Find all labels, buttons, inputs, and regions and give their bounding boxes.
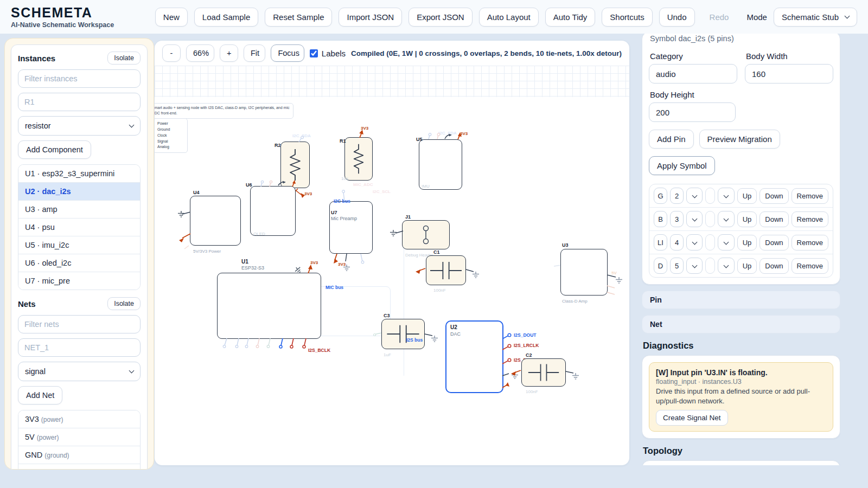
auto-tidy-button[interactable]: Auto Tidy <box>545 8 596 27</box>
instance-type-select[interactable]: resistor <box>18 116 141 136</box>
pin-net-input[interactable] <box>705 258 715 274</box>
pin-number-input[interactable] <box>670 188 684 204</box>
labels-checkbox[interactable] <box>310 49 318 57</box>
export-json-button[interactable]: Export JSON <box>409 8 473 27</box>
instance-row-u5[interactable]: U5 · imu_i2c <box>18 236 140 254</box>
pin-down-button[interactable]: Down <box>760 188 788 204</box>
component-u2-selected[interactable]: U2 DAC I2S_DOUT I2S_LRCLK I2S_BCLK <box>445 320 503 393</box>
component-c3[interactable]: C3 I2S bus 1uF <box>381 319 425 349</box>
component-u6[interactable]: U6 3V3 OLED <box>250 186 296 236</box>
ic-body[interactable] <box>560 249 608 296</box>
apply-symbol-button[interactable]: Apply Symbol <box>649 156 715 175</box>
add-component-button[interactable]: Add Component <box>18 140 91 159</box>
fit-button[interactable]: Fit <box>244 44 265 62</box>
component-u1[interactable]: U1 ESP32-S3 3V3 MIC bus I2S_BCLK <box>217 273 321 339</box>
preview-migration-button[interactable]: Preview Migration <box>699 130 780 149</box>
net-row-i2s-bclk[interactable]: I2S_BCLK(clock) <box>18 464 140 470</box>
instance-row-u3[interactable]: U3 · amp <box>18 200 140 218</box>
create-signal-net-button[interactable]: Create Signal Net <box>656 410 728 426</box>
component-c1[interactable]: C1 100nF <box>426 255 466 285</box>
pin-net-input[interactable] <box>705 188 715 204</box>
component-j1[interactable]: J1 Debug Header <box>402 220 450 249</box>
capacitor-body[interactable] <box>426 255 466 285</box>
pin-side-select[interactable] <box>686 234 703 251</box>
ic-body[interactable] <box>329 201 373 254</box>
ic-body[interactable] <box>419 139 462 190</box>
pin-remove-button[interactable]: Remove <box>792 211 828 227</box>
pin-down-button[interactable]: Down <box>760 211 788 227</box>
schematic-canvas[interactable]: - 66% + Fit Focus Labels Compiled (0E, 1… <box>155 41 629 465</box>
new-button[interactable]: New <box>155 8 188 27</box>
add-pin-button[interactable]: Add Pin <box>649 130 694 149</box>
instance-row-u1[interactable]: U1 · esp32_s3_supermini <box>18 165 140 182</box>
pin-net-input[interactable] <box>705 211 715 227</box>
shortcuts-button[interactable]: Shortcuts <box>602 8 652 27</box>
component-u7[interactable]: I2C bus U7 Mic Preamp 3V3 <box>329 201 373 254</box>
zoom-out-button[interactable]: - <box>162 44 181 62</box>
resistor-body[interactable] <box>344 137 373 181</box>
auto-layout-button[interactable]: Auto Layout <box>479 8 539 27</box>
net-row-gnd[interactable]: GND(ground) <box>18 446 140 464</box>
filter-nets-input[interactable] <box>18 315 141 333</box>
instance-row-u6[interactable]: U6 · oled_i2c <box>18 254 140 272</box>
component-u3[interactable]: U3 5V Class-D Amp <box>560 249 608 296</box>
instance-row-u7[interactable]: U7 · mic_pre <box>18 272 140 290</box>
pin-kind-select[interactable] <box>718 258 734 274</box>
net-row-3v3[interactable]: 3V3(power) <box>18 410 140 428</box>
add-net-button[interactable]: Add Net <box>18 386 62 404</box>
pin-name-input[interactable] <box>654 211 667 227</box>
new-net-name-input[interactable] <box>18 338 141 357</box>
category-input[interactable] <box>649 64 737 84</box>
redo-button[interactable]: Redo <box>701 8 737 27</box>
pin-down-button[interactable]: Down <box>760 235 788 251</box>
pin-side-select[interactable] <box>686 188 703 204</box>
mode-select[interactable]: Schematic Stub <box>774 8 857 27</box>
pin-up-button[interactable]: Up <box>737 188 757 204</box>
pin-kind-select[interactable] <box>718 211 734 227</box>
pin-net-input[interactable] <box>705 234 715 251</box>
reset-sample-button[interactable]: Reset Sample <box>265 8 332 27</box>
pin-side-select[interactable] <box>686 211 703 227</box>
pin-name-input[interactable] <box>654 234 667 251</box>
pin-name-input[interactable] <box>654 188 667 204</box>
filter-instances-input[interactable] <box>18 69 141 88</box>
instances-isolate-button[interactable]: Isolate <box>107 52 141 65</box>
pin-up-button[interactable]: Up <box>737 258 757 274</box>
labels-toggle[interactable]: Labels <box>310 49 346 58</box>
body-width-input[interactable] <box>745 64 833 84</box>
pin-remove-button[interactable]: Remove <box>792 258 828 274</box>
pin-remove-button[interactable]: Remove <box>792 188 828 204</box>
component-u5[interactable]: U5 I2C_SDA 3V3 IMU <box>419 139 462 190</box>
capacitor-body[interactable] <box>521 358 566 387</box>
component-c2[interactable]: C2 100nF <box>521 358 566 387</box>
ic-body[interactable] <box>217 273 321 339</box>
pin-up-button[interactable]: Up <box>737 235 757 251</box>
import-json-button[interactable]: Import JSON <box>339 8 402 27</box>
pin-down-button[interactable]: Down <box>760 258 788 274</box>
pin-remove-button[interactable]: Remove <box>792 235 828 251</box>
body-height-input[interactable] <box>649 102 736 122</box>
pin-side-select[interactable] <box>686 258 703 274</box>
pin-name-input[interactable] <box>654 258 667 274</box>
nets-isolate-button[interactable]: Isolate <box>107 297 141 310</box>
instance-row-u2[interactable]: U2 · dac_i2s <box>18 182 140 200</box>
pin-number-input[interactable] <box>670 211 684 227</box>
pin-section-bar[interactable]: Pin <box>642 291 840 309</box>
capacitor-body[interactable] <box>381 319 425 349</box>
undo-button[interactable]: Undo <box>659 8 695 27</box>
component-u4[interactable]: U4 5V/3V3 Power <box>190 196 241 246</box>
zoom-in-button[interactable]: + <box>220 44 238 62</box>
load-sample-button[interactable]: Load Sample <box>194 8 258 27</box>
net-section-bar[interactable]: Net <box>642 315 840 333</box>
net-type-select[interactable]: signal <box>18 362 141 381</box>
ic-body[interactable] <box>190 196 241 246</box>
pin-up-button[interactable]: Up <box>737 211 757 227</box>
new-instance-name-input[interactable] <box>18 93 141 111</box>
zoom-level-button[interactable]: 66% <box>186 44 214 62</box>
header-body[interactable] <box>402 220 450 249</box>
ic-body[interactable] <box>250 186 296 236</box>
focus-button[interactable]: Focus <box>271 44 304 62</box>
instance-row-u4[interactable]: U4 · psu <box>18 218 140 236</box>
pin-number-input[interactable] <box>670 258 684 274</box>
net-row-5v[interactable]: 5V(power) <box>18 428 140 446</box>
